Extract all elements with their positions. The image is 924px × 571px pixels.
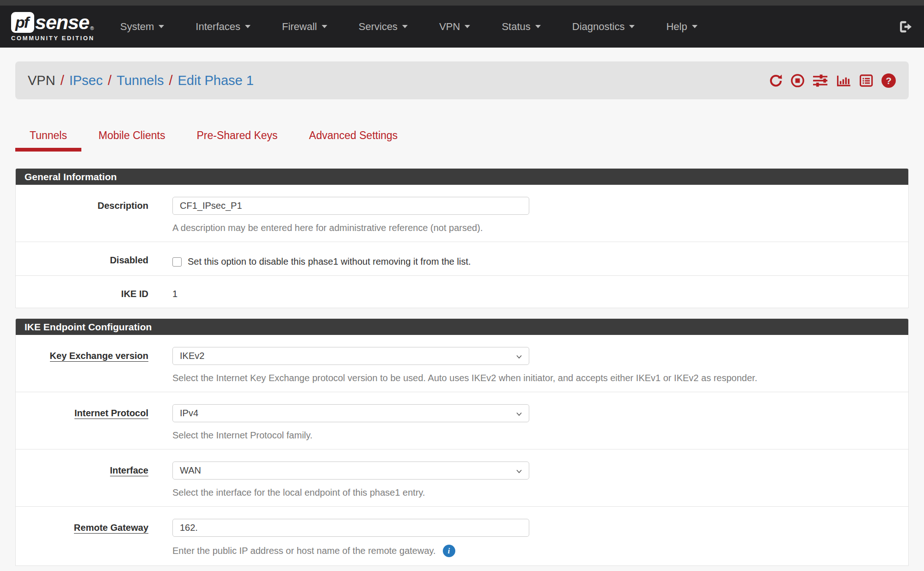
ike-id-value: 1 [172,288,908,299]
logo-wordmark: sense [35,12,89,32]
sliders-icon[interactable] [812,73,828,88]
chevron-down-icon [515,468,523,475]
key-exchange-row: Key Exchange version IKEv2 Select the In… [16,335,908,392]
breadcrumb-link-tunnels[interactable]: Tunnels [116,73,164,88]
disabled-label: Disabled [16,254,148,267]
breadcrumb-separator: / [61,73,64,88]
interface-select[interactable]: WAN [172,462,529,480]
general-information-panel: General Information Description A descri… [15,168,909,308]
svg-text:?: ? [886,75,892,85]
remote-gateway-label: Remote Gateway [16,519,148,557]
nav-item-help[interactable]: Help [666,21,697,33]
nav-label: Status [502,21,530,33]
disabled-checkbox[interactable] [172,257,182,267]
bar-chart-icon[interactable] [836,73,851,88]
page-action-icons: ? [769,73,896,88]
nav-item-vpn[interactable]: VPN [439,21,470,33]
breadcrumb-separator: / [169,73,172,88]
nav-label: Firewall [282,21,317,33]
internet-protocol-help: Select the Internet Protocol family. [172,430,908,441]
chevron-down-icon [629,25,635,28]
main-navbar: pf sense ® COMMUNITY EDITION System Inte… [0,6,924,48]
description-input[interactable] [172,197,529,215]
page-content: VPN / IPsec / Tunnels / Edit Phase 1 [0,48,924,566]
tab-bar: Tunnels Mobile Clients Pre-Shared Keys A… [15,129,909,148]
key-exchange-help: Select the Internet Key Exchange protoco… [172,373,908,383]
nav-item-services[interactable]: Services [359,21,408,33]
remote-gateway-input[interactable] [172,519,529,537]
nav-item-firewall[interactable]: Firewall [282,21,327,33]
tab-pre-shared-keys[interactable]: Pre-Shared Keys [182,129,292,148]
breadcrumb-section: VPN [28,73,55,88]
nav-label: Interfaces [196,21,240,33]
tab-tunnels[interactable]: Tunnels [15,129,81,148]
tab-mobile-clients[interactable]: Mobile Clients [84,129,179,148]
nav-label: Services [359,21,398,33]
chevron-down-icon [402,25,408,28]
pf-logo-mark: pf [11,12,34,33]
disabled-row: Disabled Set this option to disable this… [16,242,908,275]
chevron-down-icon [322,25,327,28]
ike-id-label: IKE ID [16,288,148,299]
remote-gateway-row: Remote Gateway Enter the public IP addre… [16,506,908,565]
nav-menu: System Interfaces Firewall Services VPN … [120,21,698,33]
help-icon[interactable]: ? [881,73,896,88]
registered-mark: ® [90,25,94,31]
key-exchange-label: Key Exchange version [16,347,148,383]
nav-item-interfaces[interactable]: Interfaces [196,21,251,33]
nav-item-system[interactable]: System [120,21,164,33]
tab-advanced-settings[interactable]: Advanced Settings [295,129,412,148]
remote-gateway-help: Enter the public IP address or host name… [172,545,908,557]
internet-protocol-row: Internet Protocol IPv4 Select the Intern… [16,392,908,449]
interface-selected-value: WAN [180,465,201,476]
sign-out-icon[interactable] [897,19,913,34]
logo-subtitle: COMMUNITY EDITION [11,35,95,42]
info-icon[interactable]: i [443,545,455,557]
top-strip [0,0,924,6]
remote-gateway-help-text: Enter the public IP address or host name… [172,546,436,556]
key-exchange-select[interactable]: IKEv2 [172,347,529,365]
key-exchange-selected-value: IKEv2 [180,351,204,361]
stop-icon[interactable] [790,73,805,88]
description-row: Description A description may be entered… [16,185,908,242]
internet-protocol-label: Internet Protocol [16,404,148,441]
ike-endpoint-panel: IKE Endpoint Configuration Key Exchange … [15,318,909,566]
chevron-down-icon [465,25,470,28]
nav-label: VPN [439,21,460,33]
nav-label: System [120,21,154,33]
log-icon[interactable] [859,73,874,88]
panel-title-general: General Information [16,169,908,185]
nav-item-diagnostics[interactable]: Diagnostics [572,21,635,33]
chevron-down-icon [692,25,698,28]
description-help: A description may be entered here for ad… [172,223,908,233]
pfsense-logo[interactable]: pf sense ® COMMUNITY EDITION [11,12,95,42]
nav-label: Help [666,21,687,33]
breadcrumb-separator: / [108,73,111,88]
nav-item-status[interactable]: Status [502,21,540,33]
chevron-down-icon [159,25,164,28]
breadcrumb-current[interactable]: Edit Phase 1 [177,73,253,88]
chevron-down-icon [245,25,251,28]
interface-row: Interface WAN Select the interface for t… [16,449,908,506]
internet-protocol-select[interactable]: IPv4 [172,404,529,422]
interface-help: Select the interface for the local endpo… [172,487,908,498]
breadcrumb-link-ipsec[interactable]: IPsec [69,73,103,88]
internet-protocol-selected-value: IPv4 [180,408,198,419]
breadcrumb: VPN / IPsec / Tunnels / Edit Phase 1 [15,61,909,99]
refresh-icon[interactable] [769,73,783,88]
interface-label: Interface [16,462,148,498]
panel-title-ike-endpoint: IKE Endpoint Configuration [16,319,908,335]
chevron-down-icon [515,410,523,418]
description-label: Description [16,197,148,233]
disabled-checkbox-label[interactable]: Set this option to disable this phase1 w… [188,256,471,267]
nav-label: Diagnostics [572,21,625,33]
chevron-down-icon [535,25,541,28]
chevron-down-icon [515,353,523,360]
ike-id-row: IKE ID 1 [16,275,908,308]
